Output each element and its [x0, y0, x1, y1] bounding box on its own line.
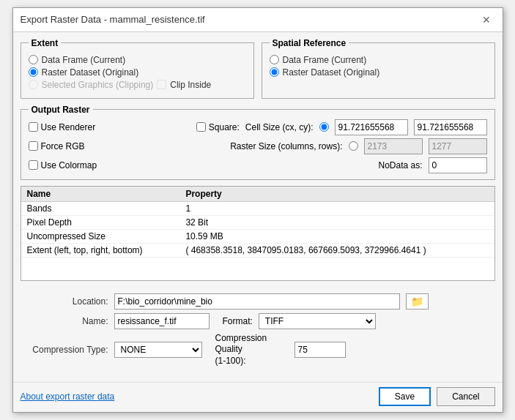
table-cell-property: 10.59 MB — [179, 229, 494, 243]
use-colormap-checkbox[interactable] — [29, 160, 38, 170]
spatial-group: Spatial Reference Data Frame (Current) R… — [262, 38, 495, 99]
export-dialog: Export Raster Data - mammal_resistence.t… — [12, 7, 503, 413]
dialog-title: Export Raster Data - mammal_resistence.t… — [21, 14, 205, 25]
extent-raster-radio[interactable] — [29, 67, 38, 77]
output-group: Output Raster Use Renderer Square: Cell … — [21, 105, 495, 180]
table-row: Extent (left, top, right, bottom)( 46835… — [21, 243, 494, 257]
force-rgb-checkbox[interactable] — [29, 141, 38, 151]
raster-size-label: Raster Size (columns, rows): — [230, 141, 342, 151]
table-cell-name: Bands — [21, 201, 180, 215]
compression-label: Compression Type: — [21, 345, 108, 355]
footer: About export raster data Save Cancel — [13, 382, 503, 412]
cell-size-x-field[interactable] — [335, 119, 408, 135]
table-cell-property: ( 468358.3518, 3847095.0183, 667669.5093… — [179, 243, 494, 257]
location-row: Location: 📁 — [21, 293, 495, 310]
table-cell-name: Uncompressed Size — [21, 229, 180, 243]
col-property-header: Property — [179, 187, 494, 202]
format-label: Format: — [223, 316, 253, 326]
table-row: Bands1 — [21, 201, 494, 215]
location-label: Location: — [21, 296, 108, 307]
compression-row: Compression Type: NONELZWDEFLATEJPEG Com… — [21, 333, 495, 367]
table-cell-name: Extent (left, top, right, bottom) — [21, 243, 180, 257]
output-legend: Output Raster — [29, 105, 93, 115]
extent-option3-row: Selected Graphics (Clipping) Clip Inside — [29, 80, 246, 90]
quality-field[interactable] — [294, 342, 346, 358]
table-row: Uncompressed Size10.59 MB — [21, 229, 494, 243]
raster-cols-field[interactable] — [364, 138, 423, 154]
extent-legend: Extent — [29, 38, 62, 48]
extent-option1-row: Data Frame (Current) — [29, 55, 246, 65]
cell-size-y-field[interactable] — [414, 119, 487, 135]
name-label: Name: — [21, 316, 108, 326]
nodata-label: NoData as: — [378, 160, 422, 170]
use-renderer-checkbox[interactable] — [29, 122, 38, 132]
spatial-dataframe-radio[interactable] — [270, 55, 279, 64]
name-format-row: Name: Format: TIFFIMGBMPPNGJPEG — [21, 313, 495, 329]
clip-inside-checkbox[interactable] — [157, 80, 166, 89]
extent-group: Extent Data Frame (Current) Raster Datas… — [21, 38, 254, 99]
cell-size-label: Cell Size (cx, cy): — [245, 122, 314, 132]
table-row: Pixel Depth32 Bit — [21, 215, 494, 229]
location-field[interactable] — [114, 293, 400, 310]
table-cell-property: 1 — [179, 201, 494, 215]
table-header-row: Name Property — [21, 187, 494, 202]
spatial-option1-row: Data Frame (Current) — [270, 55, 487, 65]
footer-buttons: Save Cancel — [379, 387, 495, 406]
extent-dataframe-label: Data Frame (Current) — [42, 55, 126, 65]
close-button[interactable]: ✕ — [478, 12, 495, 27]
format-select[interactable]: TIFFIMGBMPPNGJPEG — [259, 313, 376, 329]
square-checkbox[interactable] — [196, 122, 206, 132]
about-link[interactable]: About export raster data — [21, 391, 115, 402]
force-rgb-label: Force RGB — [29, 141, 85, 151]
spatial-raster-radio[interactable] — [270, 67, 279, 77]
spatial-legend: Spatial Reference — [270, 38, 349, 48]
cell-size-radio[interactable] — [319, 122, 329, 132]
extent-option2-row: Raster Dataset (Original) — [29, 67, 246, 78]
table-cell-name: Pixel Depth — [21, 215, 180, 229]
raster-size-radio[interactable] — [349, 141, 358, 151]
save-button[interactable]: Save — [379, 387, 431, 406]
compression-select[interactable]: NONELZWDEFLATEJPEG — [114, 342, 202, 358]
info-table: Name Property Bands1Pixel Depth32 BitUnc… — [21, 187, 494, 258]
extent-raster-label: Raster Dataset (Original) — [42, 67, 139, 78]
browse-button[interactable]: 📁 — [406, 293, 429, 310]
col-name-header: Name — [21, 187, 180, 202]
nodata-field[interactable] — [429, 157, 487, 173]
use-renderer-label: Use Renderer — [29, 122, 96, 132]
title-bar: Export Raster Data - mammal_resistence.t… — [13, 8, 503, 32]
spatial-raster-label: Raster Dataset (Original) — [283, 67, 380, 78]
spatial-dataframe-label: Data Frame (Current) — [283, 55, 367, 65]
square-label: Square: — [196, 122, 240, 132]
raster-rows-field[interactable] — [429, 138, 487, 154]
extent-dataframe-radio[interactable] — [29, 55, 38, 64]
info-table-container: Name Property Bands1Pixel Depth32 BitUnc… — [21, 186, 495, 281]
table-cell-property: 32 Bit — [179, 215, 494, 229]
quality-label: Compression Quality(1-100): — [215, 333, 289, 367]
spatial-option2-row: Raster Dataset (Original) — [270, 67, 487, 78]
use-colormap-label: Use Colormap — [29, 160, 97, 170]
clip-inside-label: Clip Inside — [170, 80, 211, 90]
name-field[interactable] — [114, 313, 210, 329]
extent-graphics-radio[interactable] — [29, 80, 38, 89]
cancel-button[interactable]: Cancel — [437, 387, 494, 406]
extent-graphics-label: Selected Graphics (Clipping) — [42, 80, 154, 90]
